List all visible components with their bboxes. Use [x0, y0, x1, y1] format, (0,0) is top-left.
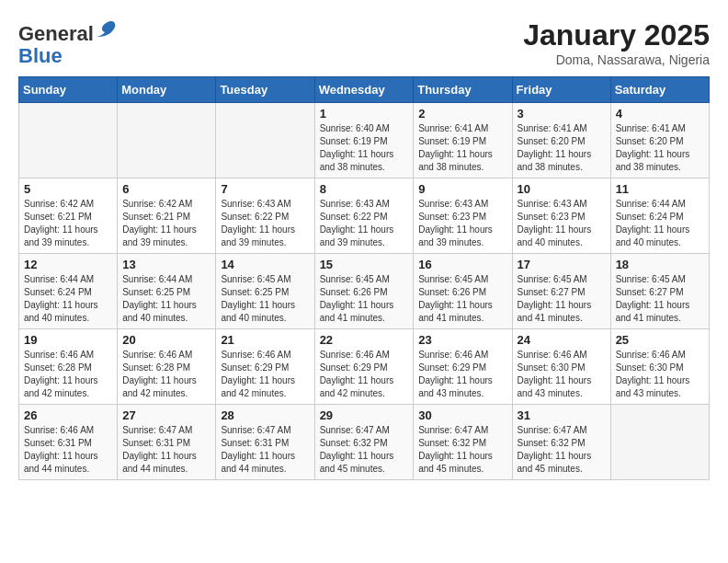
day-info: Sunrise: 6:45 AMSunset: 6:26 PMDaylight:…: [418, 274, 493, 323]
day-number: 11: [616, 182, 704, 196]
day-info: Sunrise: 6:46 AMSunset: 6:31 PMDaylight:…: [24, 425, 98, 474]
calendar-cell: 2 Sunrise: 6:41 AMSunset: 6:19 PMDayligh…: [414, 103, 512, 178]
logo-blue: Blue: [18, 44, 63, 67]
logo: General Blue: [18, 18, 118, 67]
day-number: 6: [122, 182, 210, 196]
location: Doma, Nassarawa, Nigeria: [523, 52, 710, 67]
calendar-cell: 11 Sunrise: 6:44 AMSunset: 6:24 PMDaylig…: [610, 178, 709, 254]
calendar-cell: 12 Sunrise: 6:44 AMSunset: 6:24 PMDaylig…: [19, 254, 118, 329]
day-info: Sunrise: 6:43 AMSunset: 6:22 PMDaylight:…: [320, 199, 394, 247]
day-info: Sunrise: 6:46 AMSunset: 6:30 PMDaylight:…: [616, 350, 690, 398]
day-info: Sunrise: 6:45 AMSunset: 6:27 PMDaylight:…: [616, 274, 690, 323]
day-number: 12: [24, 258, 112, 271]
calendar-cell: 31 Sunrise: 6:47 AMSunset: 6:32 PMDaylig…: [512, 405, 610, 480]
calendar-cell: [19, 103, 118, 178]
day-number: 4: [616, 107, 704, 121]
day-info: Sunrise: 6:47 AMSunset: 6:32 PMDaylight:…: [418, 425, 493, 474]
day-number: 20: [122, 333, 210, 347]
day-info: Sunrise: 6:41 AMSunset: 6:20 PMDaylight:…: [518, 123, 592, 172]
day-info: Sunrise: 6:47 AMSunset: 6:31 PMDaylight:…: [122, 425, 197, 474]
day-number: 22: [320, 333, 409, 347]
day-number: 27: [122, 408, 210, 422]
calendar-cell: 6 Sunrise: 6:42 AMSunset: 6:21 PMDayligh…: [118, 178, 216, 254]
day-info: Sunrise: 6:46 AMSunset: 6:28 PMDaylight:…: [24, 350, 98, 398]
calendar-cell: 7 Sunrise: 6:43 AMSunset: 6:22 PMDayligh…: [216, 178, 314, 254]
day-info: Sunrise: 6:44 AMSunset: 6:24 PMDaylight:…: [24, 274, 98, 323]
day-number: 30: [418, 408, 506, 422]
day-number: 23: [418, 333, 506, 347]
day-number: 24: [518, 333, 606, 347]
day-number: 9: [418, 182, 506, 196]
day-info: Sunrise: 6:46 AMSunset: 6:29 PMDaylight:…: [320, 350, 394, 398]
weekday-header-sunday: Sunday: [19, 77, 118, 103]
day-number: 13: [122, 258, 210, 271]
day-number: 7: [221, 182, 309, 196]
day-info: Sunrise: 6:43 AMSunset: 6:22 PMDaylight:…: [221, 199, 295, 247]
calendar-cell: 19 Sunrise: 6:46 AMSunset: 6:28 PMDaylig…: [19, 329, 118, 405]
calendar-cell: 1 Sunrise: 6:40 AMSunset: 6:19 PMDayligh…: [314, 103, 414, 178]
week-row-2: 5 Sunrise: 6:42 AMSunset: 6:21 PMDayligh…: [19, 178, 710, 254]
calendar-cell: 5 Sunrise: 6:42 AMSunset: 6:21 PMDayligh…: [19, 178, 118, 254]
day-number: 17: [518, 258, 606, 271]
logo-general: General: [18, 22, 94, 45]
day-number: 1: [320, 107, 409, 121]
day-number: 21: [221, 333, 309, 347]
week-row-3: 12 Sunrise: 6:44 AMSunset: 6:24 PMDaylig…: [19, 254, 710, 329]
weekday-header-thursday: Thursday: [414, 77, 512, 103]
day-info: Sunrise: 6:46 AMSunset: 6:29 PMDaylight:…: [418, 350, 493, 398]
calendar-cell: 22 Sunrise: 6:46 AMSunset: 6:29 PMDaylig…: [314, 329, 414, 405]
day-info: Sunrise: 6:42 AMSunset: 6:21 PMDaylight:…: [122, 199, 197, 247]
day-number: 10: [518, 182, 606, 196]
weekday-header-tuesday: Tuesday: [216, 77, 314, 103]
day-number: 14: [221, 258, 309, 271]
day-info: Sunrise: 6:47 AMSunset: 6:31 PMDaylight:…: [221, 425, 295, 474]
weekday-header-monday: Monday: [118, 77, 216, 103]
calendar-cell: 24 Sunrise: 6:46 AMSunset: 6:30 PMDaylig…: [512, 329, 610, 405]
title-block: January 2025 Doma, Nassarawa, Nigeria: [523, 18, 710, 67]
day-info: Sunrise: 6:40 AMSunset: 6:19 PMDaylight:…: [320, 123, 394, 172]
calendar-cell: 4 Sunrise: 6:41 AMSunset: 6:20 PMDayligh…: [610, 103, 709, 178]
day-info: Sunrise: 6:41 AMSunset: 6:19 PMDaylight:…: [418, 123, 493, 172]
calendar-cell: [216, 103, 314, 178]
day-number: 28: [221, 408, 309, 422]
calendar-cell: 21 Sunrise: 6:46 AMSunset: 6:29 PMDaylig…: [216, 329, 314, 405]
calendar-cell: 9 Sunrise: 6:43 AMSunset: 6:23 PMDayligh…: [414, 178, 512, 254]
calendar-cell: 25 Sunrise: 6:46 AMSunset: 6:30 PMDaylig…: [610, 329, 709, 405]
day-number: 19: [24, 333, 112, 347]
day-info: Sunrise: 6:43 AMSunset: 6:23 PMDaylight:…: [418, 199, 493, 247]
day-info: Sunrise: 6:43 AMSunset: 6:23 PMDaylight:…: [518, 199, 592, 247]
month-title: January 2025: [523, 18, 710, 52]
day-number: 31: [518, 408, 606, 422]
day-number: 25: [616, 333, 704, 347]
calendar-cell: 14 Sunrise: 6:45 AMSunset: 6:25 PMDaylig…: [216, 254, 314, 329]
week-row-1: 1 Sunrise: 6:40 AMSunset: 6:19 PMDayligh…: [19, 103, 710, 178]
calendar-cell: 15 Sunrise: 6:45 AMSunset: 6:26 PMDaylig…: [314, 254, 414, 329]
calendar-cell: 23 Sunrise: 6:46 AMSunset: 6:29 PMDaylig…: [414, 329, 512, 405]
day-info: Sunrise: 6:45 AMSunset: 6:26 PMDaylight:…: [320, 274, 394, 323]
calendar-cell: 8 Sunrise: 6:43 AMSunset: 6:22 PMDayligh…: [314, 178, 414, 254]
day-info: Sunrise: 6:47 AMSunset: 6:32 PMDaylight:…: [518, 425, 592, 474]
day-info: Sunrise: 6:47 AMSunset: 6:32 PMDaylight:…: [320, 425, 394, 474]
calendar-cell: 28 Sunrise: 6:47 AMSunset: 6:31 PMDaylig…: [216, 405, 314, 480]
day-number: 8: [320, 182, 409, 196]
day-info: Sunrise: 6:44 AMSunset: 6:25 PMDaylight:…: [122, 274, 197, 323]
calendar-table: SundayMondayTuesdayWednesdayThursdayFrid…: [18, 76, 710, 480]
day-info: Sunrise: 6:45 AMSunset: 6:27 PMDaylight:…: [518, 274, 592, 323]
calendar-cell: 20 Sunrise: 6:46 AMSunset: 6:28 PMDaylig…: [118, 329, 216, 405]
calendar-cell: 10 Sunrise: 6:43 AMSunset: 6:23 PMDaylig…: [512, 178, 610, 254]
day-number: 18: [616, 258, 704, 271]
logo-bird-icon: [96, 18, 118, 40]
day-info: Sunrise: 6:46 AMSunset: 6:30 PMDaylight:…: [518, 350, 592, 398]
week-row-4: 19 Sunrise: 6:46 AMSunset: 6:28 PMDaylig…: [19, 329, 710, 405]
calendar-cell: 27 Sunrise: 6:47 AMSunset: 6:31 PMDaylig…: [118, 405, 216, 480]
day-number: 16: [418, 258, 506, 271]
day-number: 5: [24, 182, 112, 196]
calendar-cell: 16 Sunrise: 6:45 AMSunset: 6:26 PMDaylig…: [414, 254, 512, 329]
calendar-cell: 26 Sunrise: 6:46 AMSunset: 6:31 PMDaylig…: [19, 405, 118, 480]
weekday-header-row: SundayMondayTuesdayWednesdayThursdayFrid…: [19, 77, 710, 103]
calendar-cell: 17 Sunrise: 6:45 AMSunset: 6:27 PMDaylig…: [512, 254, 610, 329]
calendar-cell: [118, 103, 216, 178]
day-info: Sunrise: 6:41 AMSunset: 6:20 PMDaylight:…: [616, 123, 690, 172]
weekday-header-friday: Friday: [512, 77, 610, 103]
day-info: Sunrise: 6:46 AMSunset: 6:29 PMDaylight:…: [221, 350, 295, 398]
